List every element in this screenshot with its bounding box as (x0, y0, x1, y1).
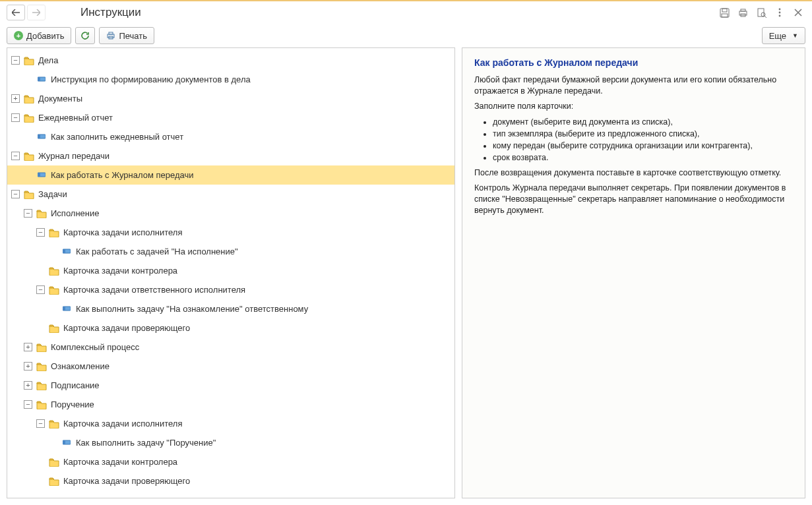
tree-node-label: Карточка задачи контролера (63, 266, 177, 276)
document-icon (61, 438, 76, 448)
refresh-button[interactable] (75, 27, 95, 44)
print-icon[interactable] (735, 5, 750, 20)
svg-line-8 (765, 16, 766, 18)
tree-folder[interactable]: Карточка задачи контролера (7, 452, 454, 471)
collapse-icon[interactable]: − (36, 419, 45, 428)
tree-folder[interactable]: Карточка задачи проверяющего (7, 471, 454, 490)
tree-folder[interactable]: −Карточка задачи ответственного исполнит… (7, 280, 454, 299)
folder-icon (49, 419, 59, 429)
tree-node-label: Журнал передачи (38, 151, 109, 161)
close-icon[interactable] (791, 5, 805, 20)
folder-icon (24, 94, 34, 104)
tree-node-label: Инструкция по формированию документов в … (51, 74, 251, 84)
tree-folder[interactable]: +Комплексный процесс (7, 338, 454, 357)
refresh-icon (80, 31, 90, 40)
tree-folder[interactable]: −Журнал передачи (7, 146, 454, 165)
svg-rect-20 (38, 173, 40, 177)
tree-node-label: Ознакомление (51, 361, 109, 371)
save-icon[interactable] (717, 5, 732, 20)
plus-circle-icon: + (14, 31, 23, 40)
collapse-icon[interactable]: − (11, 152, 20, 160)
folder-icon (36, 343, 47, 352)
folder-icon (24, 152, 34, 161)
tree-folder[interactable]: −Задачи (7, 185, 454, 204)
collapse-icon[interactable]: − (36, 228, 45, 237)
document-icon (36, 170, 51, 180)
tree-node-label: Карточка задачи проверяющего (63, 323, 190, 333)
add-button-label: Добавить (26, 31, 64, 41)
tree-node-label: Как работать с задачей "На исполнение" (76, 247, 238, 256)
folder-icon (49, 285, 59, 295)
expand-icon[interactable]: + (24, 343, 32, 351)
tree-folder[interactable]: −Карточка задачи исполнителя (7, 223, 454, 242)
add-button[interactable]: + Добавить (7, 27, 71, 44)
nav-back-button[interactable] (7, 5, 25, 20)
svg-point-11 (779, 15, 781, 17)
svg-rect-22 (63, 249, 65, 253)
tree-node-label: Как работать с Журналом передачи (51, 170, 194, 180)
collapse-icon[interactable]: − (36, 285, 45, 294)
document-icon (61, 304, 76, 314)
tree-folder[interactable]: +Документы (7, 89, 454, 108)
collapse-icon[interactable]: − (11, 56, 20, 65)
folder-icon (49, 477, 59, 486)
tree-item[interactable]: Как работать с Журналом передачи (7, 165, 454, 185)
chevron-down-icon: ▼ (792, 32, 798, 39)
tree-folder[interactable]: +Подписание (7, 376, 454, 395)
tree-item[interactable]: Как работать с задачей "На исполнение" (7, 242, 454, 261)
tree-item[interactable]: Как выполнить задачу "Поручение" (7, 433, 454, 452)
tree-node-label: Как заполнить ежедневный отчет (51, 132, 183, 142)
tree-panel[interactable]: −ДелаИнструкция по формированию документ… (7, 47, 455, 498)
expand-icon[interactable]: + (11, 94, 20, 103)
tree-node-label: Карточка задачи исполнителя (63, 419, 182, 429)
svg-rect-16 (38, 77, 40, 81)
folder-icon (24, 113, 34, 123)
tree-node-label: Подписание (51, 380, 100, 390)
svg-point-9 (779, 9, 781, 11)
folder-icon (49, 324, 59, 333)
svg-rect-1 (722, 9, 727, 12)
tree-node-label: Документы (38, 94, 82, 104)
detail-bullet: кому передан (выберите сотрудника органи… (493, 140, 793, 152)
tree-folder[interactable]: −Поручение (7, 395, 454, 414)
document-icon (36, 74, 51, 84)
tree-node-label: Карточка задачи исполнителя (63, 227, 182, 237)
more-button[interactable]: Еще ▼ (762, 27, 805, 44)
print-button-label: Печать (119, 31, 147, 41)
kebab-icon[interactable] (772, 5, 787, 20)
tree-folder[interactable]: Карточка задачи проверяющего (7, 318, 454, 338)
detail-paragraph: Любой факт передачи бумажной версии доку… (474, 74, 793, 97)
tree-folder[interactable]: Карточка задачи контролера (7, 261, 454, 280)
tree-item[interactable]: Как выполнить задачу "На ознакомление" о… (7, 299, 454, 318)
tree-node-label: Комплексный процесс (51, 342, 139, 352)
folder-icon (24, 56, 34, 65)
tree-item[interactable]: Инструкция по формированию документов в … (7, 70, 454, 89)
tree-node-label: Как выполнить задачу "Поручение" (76, 438, 216, 448)
tree-node-label: Карточка задачи контролера (63, 457, 177, 467)
preview-icon[interactable] (754, 5, 768, 20)
detail-paragraph: Заполните поля карточки: (474, 101, 793, 112)
nav-forward-button[interactable] (27, 5, 46, 20)
collapse-icon[interactable]: − (24, 400, 32, 409)
tree-folder[interactable]: −Дела (7, 51, 454, 70)
expand-icon[interactable]: + (24, 381, 32, 390)
detail-bullet: срок возврата. (493, 152, 793, 163)
document-icon (36, 132, 51, 142)
tree-node-label: Задачи (38, 189, 67, 199)
arrow-right-icon (32, 9, 40, 16)
tree-folder[interactable]: −Карточка задачи исполнителя (7, 414, 454, 433)
detail-bullet: тип экземпляра (выберите из предложенног… (493, 128, 793, 140)
svg-rect-26 (63, 440, 65, 444)
tree-folder[interactable]: +Ознакомление (7, 357, 454, 376)
collapse-icon[interactable]: − (11, 113, 20, 122)
printer-icon (106, 31, 115, 40)
print-button[interactable]: Печать (99, 27, 154, 44)
tree-folder[interactable]: −Исполнение (7, 204, 454, 223)
tree-folder[interactable]: −Ежедневный отчет (7, 108, 454, 127)
tree-item[interactable]: Как заполнить ежедневный отчет (7, 127, 454, 146)
collapse-icon[interactable]: − (24, 209, 32, 218)
expand-icon[interactable]: + (24, 362, 32, 371)
folder-icon (49, 266, 59, 276)
collapse-icon[interactable]: − (11, 190, 20, 198)
detail-paragraph: После возвращения документа поставьте в … (474, 167, 793, 179)
